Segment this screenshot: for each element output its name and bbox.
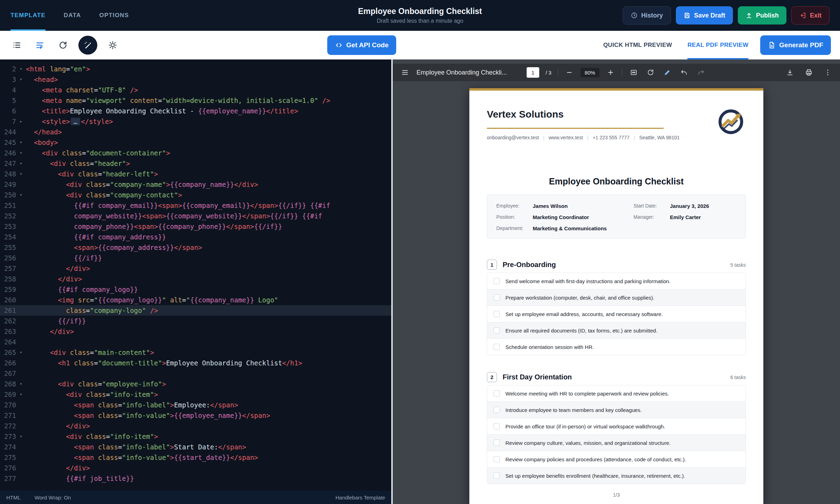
- undo-icon[interactable]: [679, 67, 689, 78]
- tab-data[interactable]: DATA: [64, 0, 81, 31]
- code-line[interactable]: 248▾<div class="header-left">: [0, 169, 391, 179]
- code-line[interactable]: 272</div>: [0, 421, 391, 431]
- fold-gutter: [16, 400, 26, 410]
- code-line[interactable]: 275<span class="info-value">{{start_date…: [0, 452, 391, 463]
- code-line[interactable]: 257</div>: [0, 263, 391, 274]
- fold-chevron-icon[interactable]: ▾: [16, 347, 26, 358]
- fold-gutter: [16, 200, 26, 211]
- zoom-in-icon[interactable]: [606, 68, 615, 77]
- code-line[interactable]: 260<img src="{{company_logo}}" alt="{{co…: [0, 295, 391, 305]
- fold-chevron-icon[interactable]: ▾: [16, 389, 26, 400]
- code-line[interactable]: 269▾<div class="info-item">: [0, 389, 391, 400]
- pdf-page: Vertex Solutions onboarding@vertex.test|…: [469, 88, 763, 504]
- save-draft-button[interactable]: Save Draft: [676, 6, 733, 24]
- fold-chevron-icon[interactable]: ▾: [16, 137, 26, 148]
- line-number: 2: [0, 64, 16, 74]
- zoom-level[interactable]: 80%: [580, 68, 599, 77]
- word-wrap-icon[interactable]: [32, 37, 48, 53]
- get-api-code-button[interactable]: Get API Code: [327, 35, 396, 55]
- pdf-document-icon: [768, 41, 776, 49]
- code-line[interactable]: 270<span class="info-label">Employee:</s…: [0, 400, 391, 410]
- rotate-icon[interactable]: [645, 67, 656, 78]
- code-line[interactable]: 274<span class="info-label">Start Date:<…: [0, 442, 391, 452]
- code-line[interactable]: 262{{/if}}: [0, 316, 391, 326]
- code-line[interactable]: 3▾<head>: [0, 74, 391, 85]
- code-line[interactable]: 246▾<div class="document-container">: [0, 148, 391, 158]
- code-line[interactable]: 259{{#if company_logo}}: [0, 284, 391, 295]
- fold-chevron-icon[interactable]: ▾: [16, 379, 26, 389]
- page-number-input[interactable]: [527, 67, 539, 78]
- fold-chevron-icon[interactable]: ▾: [16, 148, 26, 158]
- task-text: Provide an office tour (if in-person) or…: [505, 424, 665, 429]
- code-line[interactable]: 256{{/if}}: [0, 253, 391, 263]
- code-line[interactable]: 2▾<html lang="en">: [0, 64, 391, 74]
- fold-chevron-icon[interactable]: ▾: [16, 74, 26, 85]
- magic-wand-icon[interactable]: [78, 36, 97, 55]
- tab-quick-html-preview[interactable]: QUICK HTML PREVIEW: [603, 31, 672, 59]
- download-icon[interactable]: [785, 67, 795, 78]
- code-line[interactable]: 263</div>: [0, 326, 391, 337]
- fit-width-icon[interactable]: [628, 67, 639, 78]
- refresh-icon[interactable]: [55, 37, 71, 53]
- more-options-icon[interactable]: [822, 67, 833, 78]
- info-value: Marketing & Communications: [533, 225, 607, 231]
- code-line[interactable]: 267: [0, 368, 391, 379]
- print-icon[interactable]: [804, 67, 814, 78]
- code-line[interactable]: 251{{#if company_email}}<span>{{company_…: [0, 200, 391, 211]
- code-line[interactable]: 258</div>: [0, 274, 391, 284]
- info-label: Employee:: [496, 203, 533, 209]
- code-line[interactable]: 261class="company-logo" />: [0, 305, 391, 316]
- tab-real-pdf-preview[interactable]: REAL PDF PREVIEW: [687, 31, 748, 59]
- code-line[interactable]: 252company_website}}<span>{{company_webs…: [0, 211, 391, 221]
- code-line[interactable]: 4<meta charset="UTF-8" />: [0, 85, 391, 95]
- theme-icon[interactable]: [105, 37, 120, 53]
- code-line[interactable]: 273▾<div class="info-item">: [0, 431, 391, 442]
- code-line[interactable]: 276</div>: [0, 463, 391, 473]
- fold-chevron-icon[interactable]: ▾: [16, 169, 26, 179]
- exit-button[interactable]: Exit: [791, 6, 830, 24]
- code-line[interactable]: 255<span>{{company_address}}</span>: [0, 242, 391, 253]
- fold-chevron-icon[interactable]: ▸: [16, 116, 26, 127]
- code-line[interactable]: 249<div class="company-name">{{company_n…: [0, 179, 391, 190]
- sidebar-toggle-icon[interactable]: [400, 67, 410, 78]
- generate-pdf-button[interactable]: Generate PDF: [760, 35, 831, 55]
- code-line[interactable]: 264: [0, 337, 391, 347]
- code-line[interactable]: 247▾<div class="header">: [0, 158, 391, 169]
- contact-separator: |: [634, 135, 635, 140]
- tab-options[interactable]: OPTIONS: [99, 0, 129, 31]
- line-number: 249: [0, 179, 16, 190]
- fold-chevron-icon[interactable]: ▾: [16, 158, 26, 169]
- code-line[interactable]: 277{{#if job_title}}: [0, 473, 391, 484]
- annotate-icon[interactable]: [662, 67, 672, 78]
- code-line[interactable]: 245▾<body>: [0, 137, 391, 148]
- section-task-count: 6 tasks: [730, 374, 746, 380]
- redo-icon[interactable]: [695, 67, 706, 78]
- code-line[interactable]: 268▾<div class="employee-info">: [0, 379, 391, 389]
- task-row: Send welcome email with first-day instru…: [487, 273, 746, 289]
- code-line[interactable]: 6<title>Employee Onboarding Checklist - …: [0, 106, 391, 116]
- page-footer: 1/3: [469, 492, 763, 498]
- fold-chevron-icon[interactable]: ▾: [16, 64, 26, 74]
- fold-chevron-icon[interactable]: ▾: [16, 190, 26, 200]
- code-line[interactable]: 253company_phone}}<span>{{company_phone}…: [0, 221, 391, 232]
- code-line[interactable]: 266<h1 class="document-title">Employee O…: [0, 358, 391, 368]
- code-line[interactable]: 254{{#if company_address}}: [0, 232, 391, 242]
- page-title: Employee Onboarding Checklist: [358, 7, 482, 16]
- code-line[interactable]: 7▸<style>…</style>: [0, 116, 391, 127]
- fold-chevron-icon[interactable]: ▾: [16, 431, 26, 442]
- pdf-canvas[interactable]: Vertex Solutions onboarding@vertex.test|…: [393, 81, 840, 504]
- code-line[interactable]: 244</head>: [0, 127, 391, 137]
- code-line[interactable]: 271<span class="info-value">{{employee_n…: [0, 410, 391, 421]
- code-line[interactable]: 250▾<div class="company-contact">: [0, 190, 391, 200]
- tab-template[interactable]: TEMPLATE: [10, 0, 46, 31]
- history-button[interactable]: History: [623, 6, 671, 24]
- publish-button[interactable]: Publish: [738, 6, 786, 24]
- history-clock-icon: [631, 12, 638, 19]
- code-lines[interactable]: 2▾<html lang="en">3▾<head>4<meta charset…: [0, 59, 391, 491]
- line-number: 7: [0, 116, 16, 127]
- code-line[interactable]: 265▾<div class="main-content">: [0, 347, 391, 358]
- code-line[interactable]: 5<meta name="viewport" content="width=de…: [0, 95, 391, 106]
- fold-gutter: [16, 211, 26, 221]
- outline-icon[interactable]: [9, 37, 24, 53]
- zoom-out-icon[interactable]: [564, 68, 574, 77]
